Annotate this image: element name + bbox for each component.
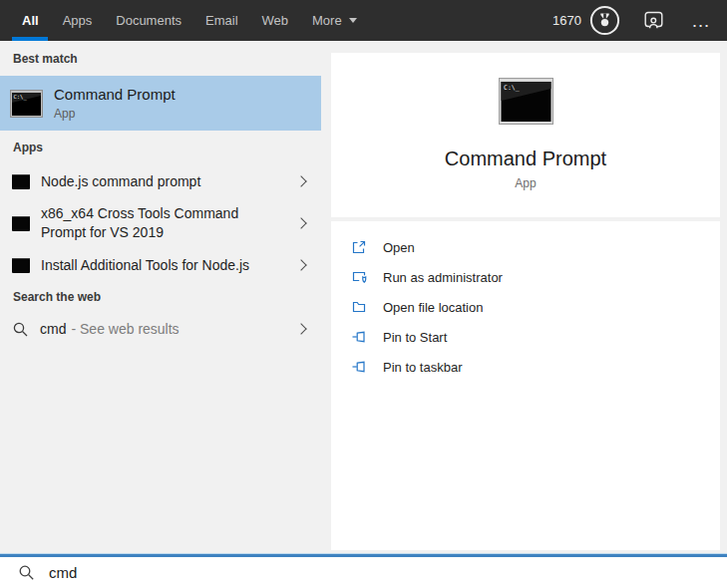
action-label: Open file location: [383, 300, 483, 315]
tab-apps-label: Apps: [63, 13, 93, 28]
cmd-terminal-icon-large: C:\_: [499, 78, 553, 125]
best-match-text: Command Prompt App: [54, 86, 176, 121]
action-label: Run as administrator: [383, 270, 503, 285]
app-result-label: Install Additional Tools for Node.js: [41, 256, 249, 275]
chevron-right-icon[interactable]: [295, 175, 306, 186]
best-match-subtitle: App: [54, 107, 176, 121]
search-filter-bar: All Apps Documents Email Web More 1670: [0, 0, 727, 41]
action-pin-to-start[interactable]: Pin to Start: [331, 322, 720, 352]
feedback-person-icon[interactable]: [642, 10, 665, 31]
app-result-x86-x64-cross-tools[interactable]: x86_x64 Cross Tools Command Prompt for V…: [0, 200, 321, 246]
action-open-file-location[interactable]: Open file location: [331, 292, 720, 322]
cmd-terminal-icon: C:\_: [10, 90, 43, 118]
preview-subtitle: App: [331, 176, 720, 190]
tab-web-label: Web: [262, 13, 289, 28]
tab-email[interactable]: Email: [205, 0, 238, 41]
tab-documents[interactable]: Documents: [116, 0, 182, 41]
tab-documents-label: Documents: [116, 13, 182, 28]
web-result-cmd[interactable]: cmd - See web results: [0, 313, 321, 345]
action-pin-to-taskbar[interactable]: Pin to taskbar: [331, 352, 720, 382]
topbar-right-controls: 1670 …: [552, 0, 727, 41]
action-run-as-administrator[interactable]: Run as administrator: [331, 262, 720, 292]
tab-web[interactable]: Web: [262, 0, 289, 41]
best-match-title: Command Prompt: [54, 86, 176, 103]
open-file-location-icon: [351, 299, 367, 315]
action-label: Pin to Start: [383, 330, 447, 345]
svg-text:C:\_: C:\_: [14, 94, 28, 101]
app-result-label: Node.js command prompt: [41, 172, 200, 191]
more-options-icon[interactable]: …: [691, 16, 711, 26]
cmd-terminal-icon: [12, 216, 30, 231]
chevron-right-icon[interactable]: [295, 217, 306, 228]
chevron-right-icon[interactable]: [295, 323, 306, 334]
web-result-suffix: - See web results: [71, 321, 179, 337]
cmd-terminal-icon: [12, 174, 30, 189]
tab-apps[interactable]: Apps: [63, 0, 93, 41]
filter-tabs: All Apps Documents Email Web More: [22, 0, 357, 41]
action-label: Open: [383, 240, 415, 255]
dropdown-arrow-icon: [349, 18, 357, 23]
tab-more[interactable]: More: [312, 0, 357, 41]
open-icon: [351, 239, 367, 255]
action-open[interactable]: Open: [331, 232, 720, 262]
search-icon: [18, 564, 35, 581]
best-match-header: Best match: [13, 52, 78, 66]
preview-title: Command Prompt: [331, 147, 720, 170]
app-result-install-additional-tools[interactable]: Install Additional Tools for Node.js: [0, 249, 321, 281]
run-as-admin-icon: [351, 269, 367, 285]
rewards-points[interactable]: 1670: [552, 13, 581, 28]
selected-tab-underline: [12, 37, 48, 41]
chevron-right-icon[interactable]: [295, 259, 306, 270]
search-icon: [12, 321, 29, 338]
tab-all-label: All: [22, 13, 39, 28]
search-the-web-header: Search the web: [13, 290, 101, 304]
preview-actions-card: Open Run as administrator Open file loca…: [331, 221, 720, 550]
preview-header-card: C:\_ Command Prompt App: [331, 53, 720, 217]
svg-text:C:\_: C:\_: [504, 84, 520, 92]
app-result-nodejs-command-prompt[interactable]: Node.js command prompt: [0, 165, 321, 197]
search-input[interactable]: [49, 564, 547, 581]
tab-all[interactable]: All: [22, 0, 39, 41]
web-result-query: cmd: [40, 321, 66, 337]
action-label: Pin to taskbar: [383, 360, 463, 375]
rewards-medal-icon[interactable]: [589, 5, 620, 36]
apps-header: Apps: [13, 141, 43, 154]
best-match-result-command-prompt[interactable]: C:\_ Command Prompt App: [0, 76, 321, 131]
pin-icon: [351, 359, 367, 375]
app-result-label: x86_x64 Cross Tools Command Prompt for V…: [41, 204, 272, 242]
tab-more-label: More: [312, 13, 342, 28]
cmd-terminal-icon: [12, 258, 30, 273]
taskbar-search-box[interactable]: [0, 557, 727, 588]
pin-icon: [351, 329, 367, 345]
tab-email-label: Email: [205, 13, 238, 28]
